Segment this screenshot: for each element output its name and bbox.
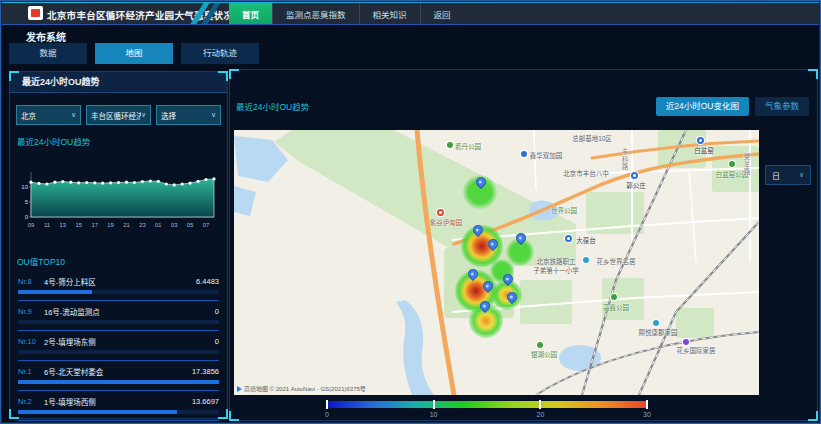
ou-item-row: Nr.84号-筛分上料区6.4483 <box>18 276 219 287</box>
scale-tick-mark <box>646 400 648 409</box>
svg-text:13: 13 <box>60 222 66 228</box>
ou-site-name: 4号-筛分上料区 <box>44 276 196 287</box>
svg-text:09: 09 <box>28 222 34 228</box>
ou-scale-tick-labels: 0102030 <box>327 411 647 421</box>
map-panel-buttons: 近24小时OU变化图气象参数 <box>656 97 809 116</box>
park-select[interactable]: 丰台区循环经济产 ∨ <box>86 105 151 125</box>
ou-rank: Nr.8 <box>18 277 44 286</box>
map-attribution: 高德地图 © 2021 AutoNavi - GS(2021)6375号 <box>237 384 366 393</box>
corner-accent <box>229 69 239 79</box>
nav-tab-back[interactable]: 返回 <box>420 3 464 24</box>
nav-tab-home[interactable]: 首页 <box>229 3 272 24</box>
ou-color-scale <box>327 401 647 408</box>
ou-item-row: Nr.102号-填埋场东侧0 <box>18 336 219 347</box>
ou-item-row: Nr.916号-流动监测点0 <box>18 306 219 317</box>
left-panel-header: 最近24小时OU趋势 <box>10 72 227 93</box>
svg-text:5: 5 <box>25 199 29 205</box>
ou-list-item[interactable]: Nr.916号-流动监测点0 <box>18 301 219 331</box>
svg-text:05: 05 <box>187 222 193 228</box>
ou-list-item[interactable]: Nr.102号-填埋场东侧0 <box>18 331 219 361</box>
ou-rank: Nr.10 <box>18 337 44 346</box>
ou-progress-track <box>18 380 219 384</box>
map-panel: 最近24小时OU趋势 近24小时OU变化图气象参数 <box>229 69 818 421</box>
scale-tick-label: 10 <box>430 411 438 418</box>
ou-site-name: 6号-北天堂村委会 <box>44 366 192 377</box>
svg-text:19: 19 <box>107 222 113 228</box>
scale-tick-label: 30 <box>643 411 651 418</box>
ou-list-item[interactable]: Nr.16号-北天堂村委会17.3856 <box>18 361 219 391</box>
trend-chart: 0510091113151719212301030507 <box>15 169 223 233</box>
publish-section: 发布系统 数据地图行动轨迹 <box>1 24 820 68</box>
svg-text:07: 07 <box>203 222 209 228</box>
scale-tick-mark <box>539 400 541 409</box>
ou-top-list: Nr.84号-筛分上料区6.4483Nr.916号-流动监测点0Nr.102号-… <box>10 271 227 421</box>
chevron-down-icon: ∨ <box>211 111 216 119</box>
publish-tab-track[interactable]: 行动轨迹 <box>181 43 259 64</box>
ou-progress-track <box>18 350 219 354</box>
publish-tab-map[interactable]: 地图 <box>95 43 173 64</box>
map-base <box>234 130 759 395</box>
ou-progress-fill <box>18 290 92 294</box>
chevron-down-icon: ∨ <box>141 111 146 119</box>
publish-system-label: 发布系统 <box>26 29 66 44</box>
nav-tab-odor-index[interactable]: 监测点恶臭指数 <box>272 3 359 24</box>
corner-accent <box>808 69 818 79</box>
ou-value: 0 <box>215 337 219 346</box>
chevron-down-icon: ∨ <box>71 111 76 119</box>
top-header: 北京市丰台区循环经济产业园大气恶臭状况实时 首页监测点恶臭指数相关知识返回 <box>1 1 820 25</box>
main-nav: 首页监测点恶臭指数相关知识返回 <box>229 3 464 24</box>
weather-params-button[interactable]: 气象参数 <box>755 97 809 116</box>
svg-text:15: 15 <box>75 222 81 228</box>
city-select-value: 北京 <box>21 110 71 121</box>
svg-text:21: 21 <box>123 222 129 228</box>
city-select[interactable]: 北京 ∨ <box>16 105 81 125</box>
ou-top-title: OU值TOP10 <box>17 255 227 267</box>
ou-value: 6.4483 <box>196 277 219 286</box>
filter-row: 北京 ∨ 丰台区循环经济产 ∨ 选择 ∨ <box>16 105 221 125</box>
ou-progress-fill <box>18 380 219 384</box>
ou-progress-track <box>18 290 219 294</box>
corner-accent <box>808 411 818 421</box>
ou-value: 13.6697 <box>192 397 219 406</box>
amap-logo-icon <box>237 386 242 392</box>
scale-tick-label: 0 <box>325 411 329 418</box>
layer-select[interactable]: 日 ∨ <box>765 165 811 185</box>
svg-text:01: 01 <box>155 222 161 228</box>
svg-text:03: 03 <box>171 222 177 228</box>
publish-tab-data[interactable]: 数据 <box>9 43 87 64</box>
trend-chart-title: 最近24小时OU趋势 <box>17 135 227 147</box>
corner-accent <box>229 411 239 421</box>
scale-tick-mark <box>433 400 435 409</box>
ou-rank: Nr.2 <box>18 397 44 406</box>
scale-tick-mark <box>326 400 328 409</box>
ou-progress-track <box>18 410 219 414</box>
ou-item-row: Nr.16号-北天堂村委会17.3856 <box>18 366 219 377</box>
site-select[interactable]: 选择 ∨ <box>156 105 221 125</box>
map-canvas[interactable]: 看丹公园总部基地10区鑫华双加园北京市丰台八中郭公庄白盆窑白盆窑公园世界公园紫谷… <box>234 130 759 395</box>
ou-site-name: 1号-填埋场西侧 <box>44 396 192 407</box>
svg-text:0: 0 <box>25 214 29 220</box>
layer-select-value: 日 <box>772 170 799 181</box>
ou-value: 17.3856 <box>192 367 219 376</box>
ou-site-name: 16号-流动监测点 <box>44 306 215 317</box>
ou-value: 0 <box>215 307 219 316</box>
svg-text:10: 10 <box>21 184 28 190</box>
map-attribution-text: 高德地图 © 2021 AutoNavi - GS(2021)6375号 <box>244 384 366 393</box>
ou-progress-track <box>18 320 219 324</box>
svg-text:17: 17 <box>91 222 97 228</box>
ou-rank: Nr.9 <box>18 307 44 316</box>
ou-list-item[interactable]: Nr.21号-填埋场西侧13.6697 <box>18 391 219 421</box>
ou-item-row: Nr.21号-填埋场西侧13.6697 <box>18 396 219 407</box>
left-panel: 最近24小时OU趋势 北京 ∨ 丰台区循环经济产 ∨ 选择 ∨ 最近24小时OU… <box>9 71 228 419</box>
site-select-value: 选择 <box>161 110 211 121</box>
park-select-value: 丰台区循环经济产 <box>91 110 141 121</box>
app-title: 北京市丰台区循环经济产业园大气恶臭状况实时 <box>47 8 253 22</box>
chevron-down-icon: ∨ <box>799 171 804 179</box>
ou-change-map-button[interactable]: 近24小时OU变化图 <box>656 97 749 116</box>
svg-text:11: 11 <box>44 222 50 228</box>
publish-tabs: 数据地图行动轨迹 <box>9 43 259 64</box>
ou-list-item[interactable]: Nr.84号-筛分上料区6.4483 <box>18 271 219 301</box>
app-logo-icon <box>28 6 43 20</box>
nav-tab-knowledge[interactable]: 相关知识 <box>359 3 420 24</box>
app-window: 北京市丰台区循环经济产业园大气恶臭状况实时 首页监测点恶臭指数相关知识返回 发布… <box>0 0 821 424</box>
